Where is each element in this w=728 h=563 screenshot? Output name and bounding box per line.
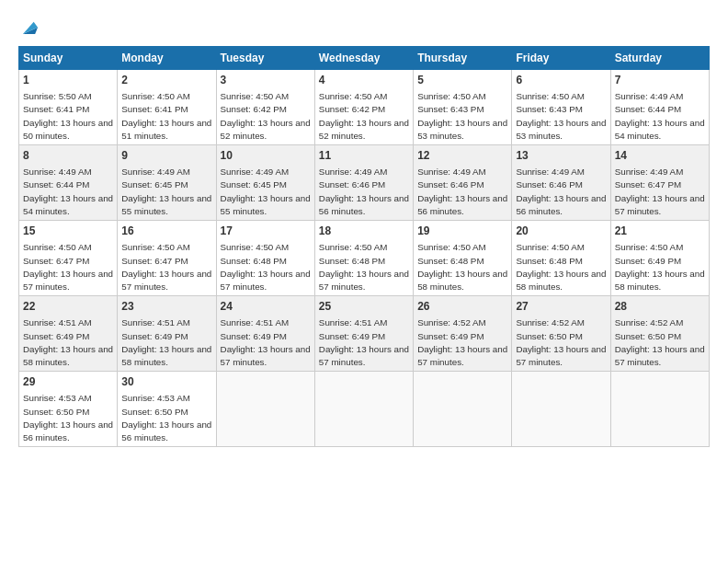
day-number: 19 <box>417 224 507 238</box>
calendar-cell: 13 Sunrise: 4:49 AMSunset: 6:46 PMDaylig… <box>512 145 610 221</box>
day-number: 25 <box>319 299 409 314</box>
calendar-cell: 1 Sunrise: 5:50 AMSunset: 6:41 PMDayligh… <box>19 70 118 145</box>
day-info: Sunrise: 4:50 AMSunset: 6:41 PMDaylight:… <box>121 91 211 141</box>
day-number: 22 <box>23 299 113 314</box>
day-number: 28 <box>615 299 705 314</box>
calendar-cell: 10 Sunrise: 4:49 AMSunset: 6:45 PMDaylig… <box>216 145 314 221</box>
calendar-cell: 20 Sunrise: 4:50 AMSunset: 6:48 PMDaylig… <box>512 221 610 296</box>
day-info: Sunrise: 4:50 AMSunset: 6:47 PMDaylight:… <box>23 242 113 292</box>
day-info: Sunrise: 5:50 AMSunset: 6:41 PMDaylight:… <box>23 91 113 141</box>
calendar-cell: 5 Sunrise: 4:50 AMSunset: 6:43 PMDayligh… <box>414 70 512 145</box>
day-info: Sunrise: 4:49 AMSunset: 6:47 PMDaylight:… <box>615 167 705 216</box>
day-number: 8 <box>23 148 113 163</box>
calendar-cell: 11 Sunrise: 4:49 AMSunset: 6:46 PMDaylig… <box>314 145 413 221</box>
page: SundayMondayTuesdayWednesdayThursdayFrid… <box>0 0 728 563</box>
day-info: Sunrise: 4:50 AMSunset: 6:49 PMDaylight:… <box>615 242 705 292</box>
weekday-header-tuesday: Tuesday <box>216 47 314 70</box>
day-number: 20 <box>516 224 606 238</box>
calendar-cell: 26 Sunrise: 4:52 AMSunset: 6:49 PMDaylig… <box>414 296 512 372</box>
calendar-cell: 15 Sunrise: 4:50 AMSunset: 6:47 PMDaylig… <box>19 221 118 296</box>
calendar-cell: 28 Sunrise: 4:52 AMSunset: 6:50 PMDaylig… <box>610 296 709 372</box>
calendar-cell: 14 Sunrise: 4:49 AMSunset: 6:47 PMDaylig… <box>610 145 709 221</box>
day-info: Sunrise: 4:50 AMSunset: 6:43 PMDaylight:… <box>516 91 606 141</box>
day-info: Sunrise: 4:50 AMSunset: 6:47 PMDaylight:… <box>121 242 211 292</box>
day-info: Sunrise: 4:49 AMSunset: 6:45 PMDaylight:… <box>221 167 311 216</box>
day-number: 16 <box>121 224 211 238</box>
day-number: 11 <box>319 148 409 163</box>
calendar-week-4: 22 Sunrise: 4:51 AMSunset: 6:49 PMDaylig… <box>19 296 710 372</box>
calendar-cell: 18 Sunrise: 4:50 AMSunset: 6:48 PMDaylig… <box>314 221 413 296</box>
calendar-cell <box>314 372 413 447</box>
calendar-week-3: 15 Sunrise: 4:50 AMSunset: 6:47 PMDaylig… <box>19 221 710 296</box>
calendar-cell: 29 Sunrise: 4:53 AMSunset: 6:50 PMDaylig… <box>19 372 118 447</box>
day-number: 23 <box>121 299 211 314</box>
calendar-cell <box>216 372 314 447</box>
weekday-header-sunday: Sunday <box>19 47 118 70</box>
logo <box>18 17 40 37</box>
calendar-week-1: 1 Sunrise: 5:50 AMSunset: 6:41 PMDayligh… <box>19 70 710 145</box>
day-number: 14 <box>615 148 705 163</box>
day-info: Sunrise: 4:50 AMSunset: 6:48 PMDaylight:… <box>319 242 409 292</box>
day-number: 10 <box>221 148 311 163</box>
calendar-cell <box>414 372 512 447</box>
day-number: 18 <box>319 224 409 238</box>
calendar-cell: 22 Sunrise: 4:51 AMSunset: 6:49 PMDaylig… <box>19 296 118 372</box>
day-info: Sunrise: 4:50 AMSunset: 6:48 PMDaylight:… <box>221 242 311 292</box>
day-info: Sunrise: 4:50 AMSunset: 6:42 PMDaylight:… <box>221 91 311 141</box>
day-number: 2 <box>121 73 211 87</box>
day-info: Sunrise: 4:49 AMSunset: 6:45 PMDaylight:… <box>121 167 211 216</box>
weekday-header-saturday: Saturday <box>610 47 709 70</box>
day-number: 12 <box>417 148 507 163</box>
calendar-table: SundayMondayTuesdayWednesdayThursdayFrid… <box>18 46 710 447</box>
day-number: 7 <box>615 73 705 87</box>
calendar-week-5: 29 Sunrise: 4:53 AMSunset: 6:50 PMDaylig… <box>19 372 710 447</box>
calendar-cell <box>512 372 610 447</box>
day-number: 13 <box>516 148 606 163</box>
day-number: 9 <box>121 148 211 163</box>
day-info: Sunrise: 4:51 AMSunset: 6:49 PMDaylight:… <box>23 317 113 367</box>
calendar-cell: 9 Sunrise: 4:49 AMSunset: 6:45 PMDayligh… <box>118 145 216 221</box>
day-number: 26 <box>417 299 507 314</box>
weekday-header-row: SundayMondayTuesdayWednesdayThursdayFrid… <box>19 47 710 70</box>
day-info: Sunrise: 4:52 AMSunset: 6:50 PMDaylight:… <box>615 317 705 367</box>
day-number: 15 <box>23 224 113 238</box>
calendar-cell: 12 Sunrise: 4:49 AMSunset: 6:46 PMDaylig… <box>414 145 512 221</box>
day-info: Sunrise: 4:49 AMSunset: 6:46 PMDaylight:… <box>417 167 507 216</box>
calendar-cell: 27 Sunrise: 4:52 AMSunset: 6:50 PMDaylig… <box>512 296 610 372</box>
calendar-cell: 17 Sunrise: 4:50 AMSunset: 6:48 PMDaylig… <box>216 221 314 296</box>
day-number: 21 <box>615 224 705 238</box>
calendar-cell <box>610 372 709 447</box>
day-info: Sunrise: 4:49 AMSunset: 6:44 PMDaylight:… <box>615 91 705 141</box>
weekday-header-wednesday: Wednesday <box>314 47 413 70</box>
calendar-cell: 30 Sunrise: 4:53 AMSunset: 6:50 PMDaylig… <box>118 372 216 447</box>
day-info: Sunrise: 4:50 AMSunset: 6:43 PMDaylight:… <box>417 91 507 141</box>
day-number: 30 <box>121 374 211 389</box>
calendar-cell: 25 Sunrise: 4:51 AMSunset: 6:49 PMDaylig… <box>314 296 413 372</box>
day-info: Sunrise: 4:53 AMSunset: 6:50 PMDaylight:… <box>23 393 113 442</box>
day-info: Sunrise: 4:51 AMSunset: 6:49 PMDaylight:… <box>221 317 311 367</box>
calendar-cell: 23 Sunrise: 4:51 AMSunset: 6:49 PMDaylig… <box>118 296 216 372</box>
day-info: Sunrise: 4:49 AMSunset: 6:44 PMDaylight:… <box>23 167 113 216</box>
day-number: 6 <box>516 73 606 87</box>
calendar-cell: 3 Sunrise: 4:50 AMSunset: 6:42 PMDayligh… <box>216 70 314 145</box>
day-number: 27 <box>516 299 606 314</box>
day-info: Sunrise: 4:53 AMSunset: 6:50 PMDaylight:… <box>121 393 211 442</box>
calendar-cell: 7 Sunrise: 4:49 AMSunset: 6:44 PMDayligh… <box>610 70 709 145</box>
day-number: 29 <box>23 374 113 389</box>
day-number: 3 <box>221 73 311 87</box>
day-info: Sunrise: 4:51 AMSunset: 6:49 PMDaylight:… <box>319 317 409 367</box>
day-info: Sunrise: 4:50 AMSunset: 6:42 PMDaylight:… <box>319 91 409 141</box>
calendar-cell: 16 Sunrise: 4:50 AMSunset: 6:47 PMDaylig… <box>118 221 216 296</box>
logo-icon <box>20 17 40 37</box>
calendar-header: SundayMondayTuesdayWednesdayThursdayFrid… <box>19 47 710 70</box>
day-info: Sunrise: 4:49 AMSunset: 6:46 PMDaylight:… <box>516 167 606 216</box>
calendar-cell: 4 Sunrise: 4:50 AMSunset: 6:42 PMDayligh… <box>314 70 413 145</box>
day-info: Sunrise: 4:49 AMSunset: 6:46 PMDaylight:… <box>319 167 409 216</box>
calendar-body: 1 Sunrise: 5:50 AMSunset: 6:41 PMDayligh… <box>19 70 710 447</box>
calendar-cell: 19 Sunrise: 4:50 AMSunset: 6:48 PMDaylig… <box>414 221 512 296</box>
weekday-header-friday: Friday <box>512 47 610 70</box>
calendar-cell: 2 Sunrise: 4:50 AMSunset: 6:41 PMDayligh… <box>118 70 216 145</box>
day-number: 1 <box>23 73 113 87</box>
day-number: 17 <box>221 224 311 238</box>
day-number: 4 <box>319 73 409 87</box>
